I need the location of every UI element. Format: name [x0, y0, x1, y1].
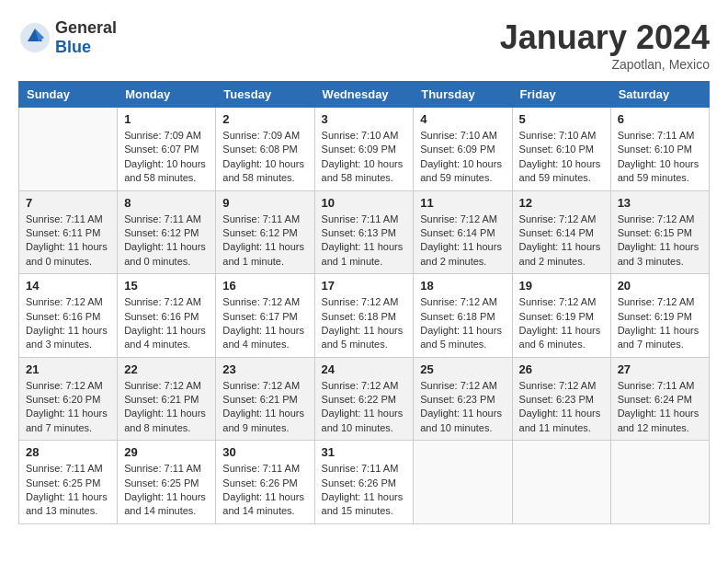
day-number: 15 [124, 279, 209, 293]
calendar-cell: 21Sunrise: 7:12 AM Sunset: 6:20 PM Dayli… [19, 357, 118, 441]
calendar-header-row: SundayMondayTuesdayWednesdayThursdayFrid… [19, 82, 710, 108]
calendar-cell: 23Sunrise: 7:12 AM Sunset: 6:21 PM Dayli… [216, 357, 314, 441]
day-info: Sunrise: 7:12 AM Sunset: 6:20 PM Dayligh… [26, 379, 110, 436]
calendar-cell: 2Sunrise: 7:09 AM Sunset: 6:08 PM Daylig… [216, 108, 314, 191]
day-number: 26 [519, 362, 604, 376]
day-info: Sunrise: 7:09 AM Sunset: 6:07 PM Dayligh… [124, 129, 209, 186]
calendar-cell: 28Sunrise: 7:11 AM Sunset: 6:25 PM Dayli… [19, 441, 118, 524]
logo-icon [18, 21, 51, 54]
day-info: Sunrise: 7:12 AM Sunset: 6:16 PM Dayligh… [26, 295, 110, 352]
day-number: 30 [222, 445, 307, 459]
month-year-title: January 2024 [500, 18, 710, 57]
location-text: Zapotlan, Mexico [500, 57, 710, 72]
day-info: Sunrise: 7:11 AM Sunset: 6:12 PM Dayligh… [222, 213, 307, 270]
calendar-cell: 29Sunrise: 7:11 AM Sunset: 6:25 PM Dayli… [118, 441, 216, 524]
calendar-cell: 24Sunrise: 7:12 AM Sunset: 6:22 PM Dayli… [314, 357, 414, 441]
calendar-cell: 5Sunrise: 7:10 AM Sunset: 6:10 PM Daylig… [512, 108, 610, 191]
calendar-week-row: 28Sunrise: 7:11 AM Sunset: 6:25 PM Dayli… [19, 441, 710, 524]
calendar-cell: 7Sunrise: 7:11 AM Sunset: 6:11 PM Daylig… [19, 190, 118, 274]
day-info: Sunrise: 7:12 AM Sunset: 6:15 PM Dayligh… [618, 213, 702, 270]
calendar-cell: 1Sunrise: 7:09 AM Sunset: 6:07 PM Daylig… [118, 108, 216, 191]
day-info: Sunrise: 7:11 AM Sunset: 6:25 PM Dayligh… [26, 462, 110, 519]
calendar-cell: 8Sunrise: 7:11 AM Sunset: 6:12 PM Daylig… [118, 190, 216, 274]
calendar-cell: 4Sunrise: 7:10 AM Sunset: 6:09 PM Daylig… [414, 108, 512, 191]
day-number: 18 [420, 279, 505, 293]
calendar-week-row: 7Sunrise: 7:11 AM Sunset: 6:11 PM Daylig… [19, 190, 710, 274]
day-number: 7 [26, 196, 110, 210]
logo-general-text: General [55, 18, 117, 37]
column-header-tuesday: Tuesday [216, 82, 314, 108]
day-number: 31 [322, 445, 407, 459]
day-info: Sunrise: 7:12 AM Sunset: 6:18 PM Dayligh… [420, 295, 505, 352]
calendar-week-row: 14Sunrise: 7:12 AM Sunset: 6:16 PM Dayli… [19, 274, 710, 358]
day-number: 16 [222, 279, 307, 293]
calendar-week-row: 1Sunrise: 7:09 AM Sunset: 6:07 PM Daylig… [19, 108, 710, 191]
day-number: 25 [420, 362, 505, 376]
calendar-cell: 16Sunrise: 7:12 AM Sunset: 6:17 PM Dayli… [216, 274, 314, 358]
day-number: 10 [322, 196, 407, 210]
day-number: 29 [124, 445, 209, 459]
day-number: 20 [618, 279, 702, 293]
calendar-cell: 22Sunrise: 7:12 AM Sunset: 6:21 PM Dayli… [118, 357, 216, 441]
day-info: Sunrise: 7:12 AM Sunset: 6:14 PM Dayligh… [519, 213, 604, 270]
day-info: Sunrise: 7:11 AM Sunset: 6:13 PM Dayligh… [322, 213, 407, 270]
day-info: Sunrise: 7:11 AM Sunset: 6:26 PM Dayligh… [222, 462, 307, 519]
calendar-cell: 12Sunrise: 7:12 AM Sunset: 6:14 PM Dayli… [512, 190, 610, 274]
calendar-cell [414, 441, 512, 524]
calendar-cell: 10Sunrise: 7:11 AM Sunset: 6:13 PM Dayli… [314, 190, 414, 274]
column-header-monday: Monday [118, 82, 216, 108]
day-number: 8 [124, 196, 209, 210]
calendar-cell: 31Sunrise: 7:11 AM Sunset: 6:26 PM Dayli… [314, 441, 414, 524]
calendar-cell: 19Sunrise: 7:12 AM Sunset: 6:19 PM Dayli… [512, 274, 610, 358]
day-number: 24 [322, 362, 407, 376]
day-info: Sunrise: 7:11 AM Sunset: 6:25 PM Dayligh… [124, 462, 209, 519]
day-info: Sunrise: 7:11 AM Sunset: 6:10 PM Dayligh… [618, 129, 702, 186]
logo-blue-text: Blue [55, 38, 91, 56]
calendar-cell: 26Sunrise: 7:12 AM Sunset: 6:23 PM Dayli… [512, 357, 610, 441]
day-info: Sunrise: 7:12 AM Sunset: 6:21 PM Dayligh… [124, 379, 209, 436]
day-info: Sunrise: 7:12 AM Sunset: 6:21 PM Dayligh… [222, 379, 307, 436]
calendar-cell: 14Sunrise: 7:12 AM Sunset: 6:16 PM Dayli… [19, 274, 118, 358]
day-number: 19 [519, 279, 604, 293]
day-number: 13 [618, 196, 702, 210]
day-number: 6 [618, 112, 702, 126]
calendar-cell: 13Sunrise: 7:12 AM Sunset: 6:15 PM Dayli… [610, 190, 709, 274]
title-area: January 2024 Zapotlan, Mexico [500, 18, 710, 72]
calendar-cell: 18Sunrise: 7:12 AM Sunset: 6:18 PM Dayli… [414, 274, 512, 358]
day-number: 3 [322, 112, 407, 126]
calendar-cell: 27Sunrise: 7:11 AM Sunset: 6:24 PM Dayli… [610, 357, 709, 441]
calendar-cell: 3Sunrise: 7:10 AM Sunset: 6:09 PM Daylig… [314, 108, 414, 191]
day-number: 22 [124, 362, 209, 376]
calendar-cell: 9Sunrise: 7:11 AM Sunset: 6:12 PM Daylig… [216, 190, 314, 274]
day-info: Sunrise: 7:11 AM Sunset: 6:26 PM Dayligh… [322, 462, 407, 519]
page-header: General Blue January 2024 Zapotlan, Mexi… [18, 18, 710, 72]
day-info: Sunrise: 7:12 AM Sunset: 6:23 PM Dayligh… [519, 379, 604, 436]
day-number: 4 [420, 112, 505, 126]
day-number: 9 [222, 196, 307, 210]
calendar-cell: 6Sunrise: 7:11 AM Sunset: 6:10 PM Daylig… [610, 108, 709, 191]
day-info: Sunrise: 7:10 AM Sunset: 6:09 PM Dayligh… [322, 129, 407, 186]
day-info: Sunrise: 7:11 AM Sunset: 6:12 PM Dayligh… [124, 213, 209, 270]
calendar-cell: 30Sunrise: 7:11 AM Sunset: 6:26 PM Dayli… [216, 441, 314, 524]
day-info: Sunrise: 7:10 AM Sunset: 6:09 PM Dayligh… [420, 129, 505, 186]
day-info: Sunrise: 7:12 AM Sunset: 6:19 PM Dayligh… [618, 295, 702, 352]
day-info: Sunrise: 7:12 AM Sunset: 6:23 PM Dayligh… [420, 379, 505, 436]
day-number: 21 [26, 362, 110, 376]
day-number: 23 [222, 362, 307, 376]
calendar-cell: 20Sunrise: 7:12 AM Sunset: 6:19 PM Dayli… [610, 274, 709, 358]
calendar-week-row: 21Sunrise: 7:12 AM Sunset: 6:20 PM Dayli… [19, 357, 710, 441]
day-info: Sunrise: 7:09 AM Sunset: 6:08 PM Dayligh… [222, 129, 307, 186]
calendar-cell: 11Sunrise: 7:12 AM Sunset: 6:14 PM Dayli… [414, 190, 512, 274]
column-header-saturday: Saturday [610, 82, 709, 108]
calendar-cell [610, 441, 709, 524]
column-header-friday: Friday [512, 82, 610, 108]
day-info: Sunrise: 7:12 AM Sunset: 6:22 PM Dayligh… [322, 379, 407, 436]
calendar-cell [19, 108, 118, 191]
calendar-table: SundayMondayTuesdayWednesdayThursdayFrid… [18, 81, 710, 524]
day-number: 2 [222, 112, 307, 126]
day-number: 11 [420, 196, 505, 210]
day-number: 17 [322, 279, 407, 293]
calendar-cell: 15Sunrise: 7:12 AM Sunset: 6:16 PM Dayli… [118, 274, 216, 358]
day-number: 28 [26, 445, 110, 459]
day-info: Sunrise: 7:12 AM Sunset: 6:18 PM Dayligh… [322, 295, 407, 352]
